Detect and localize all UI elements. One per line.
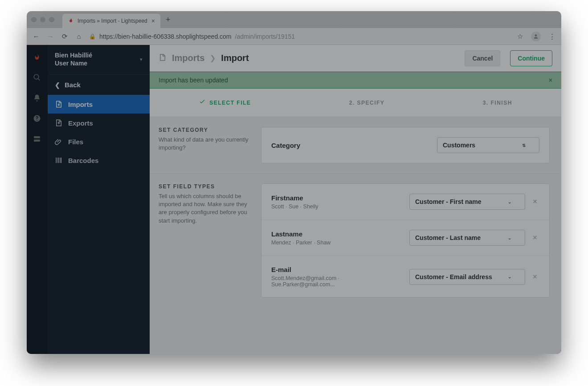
field-sample: Scott.Mendez@gmail.com · Sue.Parker@gmai… bbox=[271, 275, 404, 288]
sidebar-item-exports[interactable]: Exports bbox=[48, 114, 150, 132]
bell-icon[interactable] bbox=[33, 94, 41, 102]
check-icon bbox=[199, 98, 206, 107]
app-root: Bien Habillié User Name ▾ ❮ Back Imports… bbox=[27, 45, 561, 354]
home-icon[interactable]: ⌂ bbox=[75, 33, 83, 40]
remove-field-icon[interactable]: × bbox=[531, 198, 539, 206]
lock-icon: 🔒 bbox=[89, 33, 96, 40]
set-field-types-section: SET FIELD TYPES Tell us which columns sh… bbox=[150, 174, 561, 308]
mapping-value: Customer - Last name bbox=[415, 234, 481, 241]
field-name: Firstname bbox=[271, 194, 404, 202]
wizard-steps: SELECT FILE 2. SPECIFY 3. FINISH bbox=[150, 89, 561, 117]
sidebar-item-label: Files bbox=[68, 138, 83, 146]
field-row: Firstname Scott · Sue · Shelly Customer … bbox=[261, 184, 549, 220]
section-title: SET CATEGORY bbox=[159, 127, 252, 133]
browser-tab-strip: Imports » Import - Lightspeed × + bbox=[27, 11, 561, 28]
set-category-section: SET CATEGORY What kind of data are you c… bbox=[150, 117, 561, 174]
chevron-down-icon: ⌄ bbox=[508, 274, 511, 279]
back-button[interactable]: ❮ Back bbox=[48, 75, 150, 95]
field-mapping-select[interactable]: Customer - Email address ⌄ bbox=[409, 269, 525, 285]
field-mapping-card: Firstname Scott · Sue · Shelly Customer … bbox=[261, 183, 550, 298]
category-value: Customers bbox=[443, 142, 475, 149]
main: Imports ❯ Import Cancel Continue Import … bbox=[150, 45, 561, 354]
page-header: Imports ❯ Import Cancel Continue bbox=[150, 45, 561, 72]
mapping-value: Customer - First name bbox=[415, 198, 482, 205]
sidebar: Bien Habillié User Name ▾ ❮ Back Imports… bbox=[47, 45, 150, 354]
tab-title: Imports » Import - Lightspeed bbox=[78, 18, 148, 24]
sidebar-item-label: Barcodes bbox=[68, 157, 98, 164]
updown-icon: ⇅ bbox=[522, 143, 526, 148]
step-label: 2. SPECIFY bbox=[349, 100, 385, 106]
window-controls[interactable] bbox=[31, 17, 54, 22]
breadcrumb-current: Import bbox=[221, 53, 249, 63]
reload-icon[interactable]: ⟳ bbox=[61, 33, 69, 41]
section-title: SET FIELD TYPES bbox=[159, 183, 252, 190]
section-desc: Tell us which columns should be imported… bbox=[159, 192, 252, 225]
chevron-left-icon: ❮ bbox=[55, 81, 60, 89]
field-row: Lastname Mendez · Parker · Shaw Customer… bbox=[261, 220, 549, 256]
org-switcher[interactable]: Bien Habillié User Name ▾ bbox=[48, 45, 150, 75]
forward-icon[interactable]: → bbox=[46, 33, 54, 40]
continue-button[interactable]: Continue bbox=[510, 50, 552, 66]
search-icon[interactable] bbox=[33, 73, 41, 81]
field-name: E-mail bbox=[271, 266, 404, 273]
chevron-down-icon: ⌄ bbox=[508, 199, 511, 204]
close-tab-icon[interactable]: × bbox=[151, 17, 155, 24]
minimize-window-icon[interactable] bbox=[40, 17, 45, 22]
field-mapping-select[interactable]: Customer - Last name ⌄ bbox=[409, 230, 525, 246]
success-alert: Import has been updated × bbox=[150, 72, 561, 89]
breadcrumb-parent[interactable]: Imports bbox=[172, 53, 204, 63]
section-desc: What kind of data are you currently impo… bbox=[159, 136, 252, 152]
company-name: Bien Habillié bbox=[55, 51, 92, 59]
field-mapping-select[interactable]: Customer - First name ⌄ bbox=[409, 194, 525, 210]
mapping-value: Customer - Email address bbox=[415, 273, 492, 280]
browser-toolbar: ← → ⟳ ⌂ 🔒 https://bien-habillie-606338.s… bbox=[27, 28, 561, 45]
remove-field-icon[interactable]: × bbox=[531, 273, 539, 281]
server-icon[interactable] bbox=[33, 135, 41, 143]
back-label: Back bbox=[65, 81, 81, 89]
chevron-right-icon: ❯ bbox=[210, 54, 216, 62]
icon-rail bbox=[27, 45, 47, 354]
user-name: User Name bbox=[55, 59, 92, 67]
maximize-window-icon[interactable] bbox=[49, 17, 54, 22]
field-row: E-mail Scott.Mendez@gmail.com · Sue.Park… bbox=[261, 256, 549, 297]
url-path: /admin/imports/19151 bbox=[235, 33, 295, 40]
field-sample: Scott · Sue · Shelly bbox=[271, 203, 404, 210]
browser-tab[interactable]: Imports » Import - Lightspeed × bbox=[62, 14, 160, 28]
alert-message: Import has been updated bbox=[159, 77, 228, 84]
step-finish[interactable]: 3. FINISH bbox=[483, 100, 512, 106]
sidebar-item-files[interactable]: Files bbox=[48, 132, 150, 151]
field-name: Lastname bbox=[271, 230, 404, 238]
step-select-file[interactable]: SELECT FILE bbox=[199, 98, 251, 107]
import-icon bbox=[159, 53, 167, 63]
sidebar-item-label: Exports bbox=[68, 119, 93, 127]
close-window-icon[interactable] bbox=[31, 17, 37, 22]
category-select[interactable]: Customers ⇅ bbox=[437, 137, 539, 153]
sidebar-item-barcodes[interactable]: Barcodes bbox=[48, 151, 150, 170]
new-tab-button[interactable]: + bbox=[166, 15, 171, 24]
profile-icon[interactable] bbox=[531, 32, 541, 41]
browser-window: Imports » Import - Lightspeed × + ← → ⟳ … bbox=[27, 11, 561, 354]
help-icon[interactable] bbox=[33, 114, 41, 122]
content: SET CATEGORY What kind of data are you c… bbox=[150, 117, 561, 354]
category-label: Category bbox=[271, 142, 432, 149]
remove-field-icon[interactable]: × bbox=[531, 234, 539, 242]
step-specify[interactable]: 2. SPECIFY bbox=[349, 100, 385, 106]
chevron-down-icon: ⌄ bbox=[508, 236, 511, 240]
lightspeed-logo-icon[interactable] bbox=[33, 53, 41, 61]
field-sample: Mendez · Parker · Shaw bbox=[271, 240, 404, 246]
address-bar[interactable]: 🔒 https://bien-habillie-606338.shoplight… bbox=[89, 33, 510, 40]
step-label: 3. FINISH bbox=[483, 100, 512, 106]
cancel-button[interactable]: Cancel bbox=[465, 50, 500, 66]
menu-icon[interactable]: ⋮ bbox=[548, 33, 556, 41]
chevron-down-icon: ▾ bbox=[140, 57, 143, 62]
star-icon[interactable]: ☆ bbox=[516, 33, 524, 41]
back-icon[interactable]: ← bbox=[32, 33, 40, 40]
sidebar-item-label: Imports bbox=[68, 101, 93, 108]
url-host: https://bien-habillie-606338.shoplightsp… bbox=[99, 33, 232, 40]
alert-close-icon[interactable]: × bbox=[549, 77, 552, 84]
flame-icon bbox=[68, 18, 74, 24]
step-label: SELECT FILE bbox=[209, 100, 251, 106]
sidebar-item-imports[interactable]: Imports bbox=[48, 95, 150, 114]
